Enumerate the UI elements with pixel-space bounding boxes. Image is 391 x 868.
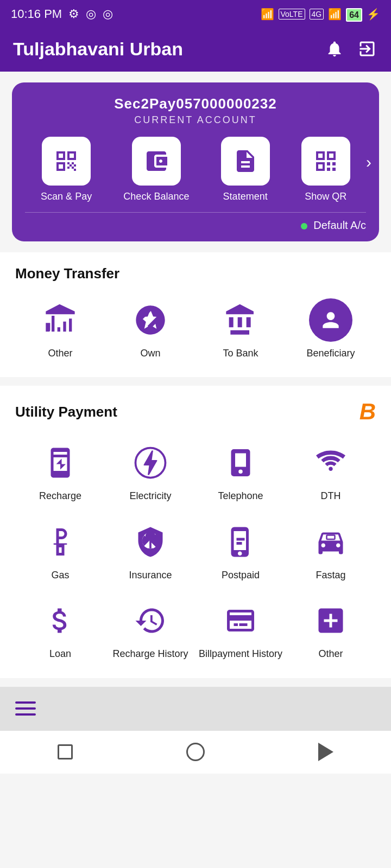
fastag-label: Fastag — [316, 569, 345, 582]
back-button[interactable] — [314, 740, 338, 764]
default-dot — [301, 223, 307, 229]
home-icon — [186, 743, 205, 761]
recharge-history-label: Recharge History — [112, 648, 188, 660]
battery-indicator: 64 — [346, 8, 362, 21]
notification-bell-icon[interactable] — [324, 38, 345, 60]
utility-recharge-item[interactable]: Recharge — [15, 437, 105, 507]
account-id: Sec2Pay057000000232 — [25, 95, 366, 112]
insurance-icon — [129, 520, 172, 564]
system-nav — [0, 730, 391, 774]
utility-title: Utility Payment — [15, 404, 117, 420]
show-qr-action[interactable]: Show QR — [301, 137, 350, 202]
loan-label: Loan — [49, 648, 71, 660]
statement-icon — [221, 137, 270, 186]
default-badge: Default A/c — [25, 219, 366, 232]
telephone-label: Telephone — [218, 490, 263, 502]
transfer-own-icon — [129, 298, 172, 342]
billpayment-history-label: Billpayment History — [199, 648, 282, 660]
money-transfer-title: Money Transfer — [15, 265, 376, 282]
bbps-logo: B — [360, 399, 376, 425]
scan-pay-label: Scan & Pay — [41, 191, 92, 202]
recharge-history-icon — [129, 599, 172, 642]
status-time: 10:16 PM — [11, 7, 62, 21]
billpayment-history-icon — [219, 599, 262, 642]
transfer-other-label: Other — [48, 347, 72, 360]
loan-icon — [39, 599, 82, 642]
utility-recharge-history-item[interactable]: Recharge History — [105, 595, 195, 665]
transfer-bank-icon — [219, 298, 262, 342]
account-card: Sec2Pay057000000232 CURRENT ACCOUNT Scan… — [12, 82, 379, 241]
utility-billpayment-history-item[interactable]: Billpayment History — [195, 595, 286, 665]
utility-dth-item[interactable]: DTH — [286, 437, 376, 507]
utility-other-item[interactable]: Other — [286, 595, 376, 665]
svg-rect-7 — [327, 535, 335, 539]
dth-label: DTH — [321, 490, 341, 502]
transfer-beneficiary-icon — [309, 298, 352, 342]
postpaid-label: Postpaid — [222, 569, 260, 582]
utility-electricity-item[interactable]: Electricity — [105, 437, 195, 507]
transfer-own-item[interactable]: Own — [105, 294, 195, 364]
svg-rect-5 — [54, 543, 67, 545]
utility-telephone-item[interactable]: Telephone — [195, 437, 286, 507]
volte-icon: VoLTE — [279, 9, 305, 20]
utility-header: Utility Payment B — [15, 399, 376, 425]
transfer-beneficiary-item[interactable]: Beneficiary — [286, 294, 376, 364]
utility-payment-section: Utility Payment B Recharge Electricity — [0, 386, 391, 678]
card-actions: Scan & Pay Check Balance Statement — [25, 137, 366, 202]
hamburger-menu-icon[interactable] — [15, 701, 36, 716]
insurance-label: Insurance — [129, 569, 172, 582]
scan-pay-action[interactable]: Scan & Pay — [41, 137, 92, 202]
check-balance-label: Check Balance — [123, 191, 189, 202]
transfer-other-icon — [39, 298, 82, 342]
4g-icon: 4G — [310, 9, 324, 20]
transfer-other-item[interactable]: Other — [15, 294, 105, 364]
recent-apps-icon — [58, 744, 73, 760]
header-icons — [324, 38, 378, 60]
card-chevron-icon[interactable]: › — [366, 153, 371, 171]
electricity-icon — [129, 441, 172, 484]
statement-label: Statement — [223, 191, 268, 202]
svg-rect-0 — [327, 162, 330, 165]
status-right: 📶 VoLTE 4G 📶 64 ⚡ — [261, 8, 380, 21]
show-qr-icon — [301, 137, 350, 186]
signal-icon: 📶 — [328, 8, 342, 21]
check-balance-icon — [132, 137, 181, 186]
utility-grid: Recharge Electricity Telephone — [15, 437, 376, 665]
app-header: Tuljabhavani Urban — [0, 28, 391, 72]
scan-pay-icon — [42, 137, 91, 186]
statement-action[interactable]: Statement — [221, 137, 270, 202]
gas-icon — [39, 520, 82, 564]
radio2-icon: ◎ — [103, 7, 113, 21]
transfer-own-label: Own — [140, 347, 160, 360]
electricity-label: Electricity — [129, 490, 171, 502]
dth-icon — [309, 441, 352, 484]
money-transfer-grid: Other Own To Bank — [15, 294, 376, 364]
app-title: Tuljabhavani Urban — [13, 39, 183, 60]
money-transfer-section: Money Transfer Other Own — [0, 252, 391, 377]
utility-loan-item[interactable]: Loan — [15, 595, 105, 665]
check-balance-action[interactable]: Check Balance — [123, 137, 189, 202]
home-button[interactable] — [184, 740, 207, 764]
telephone-icon — [219, 441, 262, 484]
svg-rect-2 — [327, 168, 330, 171]
logout-icon[interactable] — [356, 38, 378, 60]
settings-icon: ⚙ — [68, 7, 79, 21]
back-icon — [318, 743, 333, 761]
recharge-icon — [39, 441, 82, 484]
show-qr-label: Show QR — [305, 191, 346, 202]
status-left: 10:16 PM ⚙ ◎ ◎ — [11, 7, 113, 21]
utility-gas-item[interactable]: Gas — [15, 516, 105, 586]
bottom-nav — [0, 687, 391, 730]
utility-insurance-item[interactable]: Insurance — [105, 516, 195, 586]
wifi-icon: 📶 — [261, 8, 274, 21]
transfer-bank-item[interactable]: To Bank — [195, 294, 286, 364]
gas-label: Gas — [51, 569, 69, 582]
utility-fastag-item[interactable]: Fastag — [286, 516, 376, 586]
svg-rect-3 — [332, 168, 336, 171]
charging-icon: ⚡ — [367, 8, 380, 21]
status-bar: 10:16 PM ⚙ ◎ ◎ 📶 VoLTE 4G 📶 64 ⚡ — [0, 0, 391, 28]
recent-apps-button[interactable] — [53, 740, 77, 764]
transfer-bank-label: To Bank — [223, 347, 258, 360]
utility-postpaid-item[interactable]: Postpaid — [195, 516, 286, 586]
postpaid-icon — [219, 520, 262, 564]
